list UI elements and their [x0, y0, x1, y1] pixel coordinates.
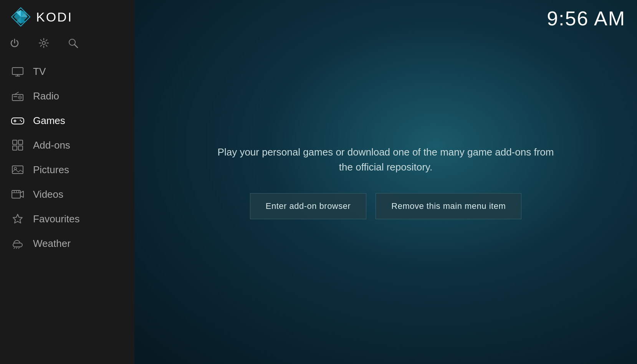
svg-rect-26 — [18, 146, 23, 150]
svg-line-35 — [14, 248, 15, 249]
app-title: KODI — [36, 10, 73, 25]
sidebar: KODI — [0, 0, 134, 364]
svg-point-21 — [20, 120, 21, 121]
time-display: 9:56 AM — [547, 7, 625, 30]
games-description: Play your personal games or download one… — [213, 145, 559, 175]
sidebar-label-favourites: Favourites — [33, 213, 79, 225]
svg-rect-25 — [13, 146, 17, 150]
weather-icon — [11, 237, 25, 250]
nav-items: TV Radio — [0, 59, 134, 364]
svg-rect-24 — [18, 140, 23, 144]
sidebar-item-games[interactable]: Games — [0, 108, 134, 133]
favourites-icon — [11, 212, 25, 226]
sidebar-header: KODI — [0, 0, 134, 34]
svg-line-36 — [16, 248, 17, 249]
sidebar-item-radio[interactable]: Radio — [0, 84, 134, 108]
sidebar-item-pictures[interactable]: Pictures — [0, 157, 134, 182]
svg-rect-23 — [13, 140, 17, 144]
sidebar-label-radio: Radio — [33, 90, 59, 102]
svg-line-37 — [18, 248, 19, 249]
svg-point-16 — [20, 97, 21, 98]
sidebar-toolbar — [0, 34, 134, 56]
addons-icon — [11, 138, 25, 152]
games-icon — [11, 114, 25, 127]
sidebar-label-games: Games — [33, 115, 65, 127]
sidebar-label-videos: Videos — [33, 189, 63, 200]
power-icon[interactable] — [9, 38, 20, 48]
settings-icon[interactable] — [38, 38, 49, 48]
sidebar-item-weather[interactable]: Weather — [0, 231, 134, 256]
radio-icon — [11, 89, 25, 103]
svg-point-22 — [21, 121, 22, 122]
action-buttons: Enter add-on browser Remove this main me… — [250, 193, 521, 219]
sidebar-item-tv[interactable]: TV — [0, 59, 134, 84]
remove-menu-item-button[interactable]: Remove this main menu item — [376, 193, 521, 219]
center-content: Play your personal games or download one… — [134, 0, 637, 364]
sidebar-label-tv: TV — [33, 66, 46, 78]
svg-rect-18 — [12, 118, 24, 124]
sidebar-label-addons: Add-ons — [33, 139, 70, 151]
pictures-icon — [11, 163, 25, 177]
search-icon[interactable] — [68, 38, 78, 48]
svg-rect-34 — [13, 243, 22, 247]
sidebar-label-pictures: Pictures — [33, 164, 69, 176]
sidebar-item-addons[interactable]: Add-ons — [0, 133, 134, 157]
videos-icon — [11, 187, 25, 201]
svg-rect-11 — [12, 68, 23, 74]
enter-addon-browser-button[interactable]: Enter add-on browser — [250, 193, 367, 219]
svg-point-8 — [42, 41, 45, 45]
svg-rect-27 — [12, 166, 23, 174]
sidebar-item-videos[interactable]: Videos — [0, 182, 134, 207]
tv-icon — [11, 65, 25, 78]
kodi-logo-icon — [11, 7, 31, 27]
main-content: 9:56 AM Play your personal games or down… — [134, 0, 637, 364]
svg-line-10 — [74, 45, 78, 48]
sidebar-item-favourites[interactable]: Favourites — [0, 207, 134, 231]
sidebar-label-weather: Weather — [33, 238, 71, 250]
svg-rect-17 — [13, 96, 17, 97]
